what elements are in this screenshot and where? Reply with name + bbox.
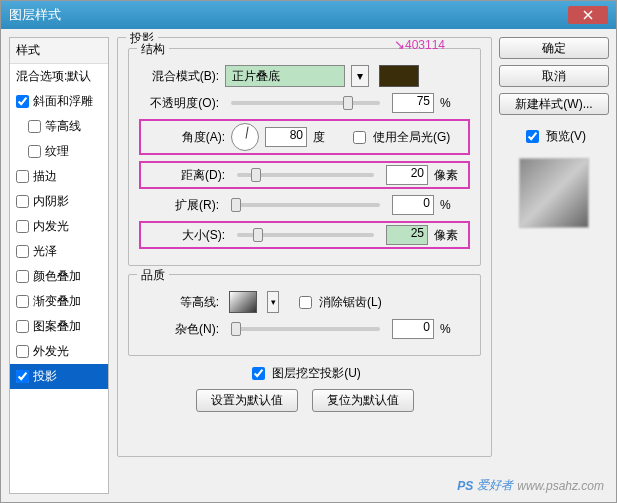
antialias-checkbox[interactable] — [299, 296, 312, 309]
pattern-overlay-checkbox[interactable] — [16, 320, 29, 333]
noise-label: 杂色(N): — [139, 321, 219, 338]
blend-mode-row: 混合模式(B): 正片叠底 ▾ — [139, 65, 470, 87]
sidebar-item-outer-glow[interactable]: 外发光 — [10, 339, 108, 364]
noise-row: 杂色(N): 0 % — [139, 319, 470, 339]
angle-label: 角度(A): — [145, 129, 225, 146]
size-slider[interactable] — [237, 233, 374, 237]
sidebar-item-contour[interactable]: 等高线 — [10, 114, 108, 139]
spread-input[interactable]: 0 — [392, 195, 434, 215]
angle-input[interactable]: 80 — [265, 127, 307, 147]
drop-shadow-checkbox[interactable] — [16, 370, 29, 383]
inner-glow-checkbox[interactable] — [16, 220, 29, 233]
opacity-input[interactable]: 75 — [392, 93, 434, 113]
shadow-color-swatch[interactable] — [379, 65, 419, 87]
preview-checkbox[interactable] — [526, 130, 539, 143]
preview-check[interactable]: 预览(V) — [522, 127, 586, 146]
distance-row: 距离(D): 20 像素 — [139, 161, 470, 189]
noise-input[interactable]: 0 — [392, 319, 434, 339]
angle-dial[interactable] — [231, 123, 259, 151]
close-button[interactable] — [568, 6, 608, 24]
angle-unit: 度 — [313, 129, 343, 146]
distance-input[interactable]: 20 — [386, 165, 428, 185]
dropdown-arrow-icon[interactable]: ▾ — [351, 65, 369, 87]
size-input[interactable]: 25 — [386, 225, 428, 245]
inner-shadow-checkbox[interactable] — [16, 195, 29, 208]
spread-unit: % — [440, 198, 470, 212]
opacity-slider[interactable] — [231, 101, 380, 105]
defaults-row: 设置为默认值 复位为默认值 — [128, 389, 481, 412]
distance-slider[interactable] — [237, 173, 374, 177]
sidebar-blend-default[interactable]: 混合选项:默认 — [10, 64, 108, 89]
new-style-button[interactable]: 新建样式(W)... — [499, 93, 609, 115]
sidebar-item-pattern-overlay[interactable]: 图案叠加 — [10, 314, 108, 339]
layer-style-window: 图层样式 样式 混合选项:默认 斜面和浮雕 等高线 纹理 描边 内阴影 内发光 … — [0, 0, 617, 503]
structure-title: 结构 — [137, 41, 169, 58]
size-row: 大小(S): 25 像素 — [139, 221, 470, 249]
contour-row: 等高线: ▾ 消除锯齿(L) — [139, 291, 470, 313]
quality-title: 品质 — [137, 267, 169, 284]
sidebar-item-stroke[interactable]: 描边 — [10, 164, 108, 189]
knockout-row: 图层挖空投影(U) — [128, 364, 481, 383]
watermark: PS 爱好者 www.psahz.com — [457, 477, 604, 494]
contour-swatch[interactable] — [229, 291, 257, 313]
reset-default-button[interactable]: 复位为默认值 — [312, 389, 414, 412]
sidebar-item-color-overlay[interactable]: 颜色叠加 — [10, 264, 108, 289]
set-default-button[interactable]: 设置为默认值 — [196, 389, 298, 412]
size-label: 大小(S): — [145, 227, 225, 244]
distance-label: 距离(D): — [145, 167, 225, 184]
global-light-check[interactable]: 使用全局光(G) — [349, 128, 450, 147]
sidebar-style-header[interactable]: 样式 — [10, 38, 108, 64]
texture-checkbox[interactable] — [28, 145, 41, 158]
structure-group: 结构 ↘403114 混合模式(B): 正片叠底 ▾ 不透明度(O): 75 % — [128, 48, 481, 266]
opacity-row: 不透明度(O): 75 % — [139, 93, 470, 113]
gradient-overlay-checkbox[interactable] — [16, 295, 29, 308]
quality-group: 品质 等高线: ▾ 消除锯齿(L) 杂色(N): 0 % — [128, 274, 481, 356]
angle-row: 角度(A): 80 度 使用全局光(G) — [139, 119, 470, 155]
sidebar-item-bevel[interactable]: 斜面和浮雕 — [10, 89, 108, 114]
noise-slider[interactable] — [231, 327, 380, 331]
right-panel: 确定 取消 新建样式(W)... 预览(V) — [496, 29, 616, 502]
sidebar-item-satin[interactable]: 光泽 — [10, 239, 108, 264]
window-title: 图层样式 — [9, 6, 61, 24]
size-unit: 像素 — [434, 227, 464, 244]
spread-row: 扩展(R): 0 % — [139, 195, 470, 215]
main-panel: 投影 结构 ↘403114 混合模式(B): 正片叠底 ▾ 不透明度(O): 7… — [113, 29, 496, 502]
sidebar-item-drop-shadow[interactable]: 投影 — [10, 364, 108, 389]
knockout-check[interactable]: 图层挖空投影(U) — [248, 364, 361, 383]
sidebar-item-inner-glow[interactable]: 内发光 — [10, 214, 108, 239]
sidebar-item-texture[interactable]: 纹理 — [10, 139, 108, 164]
antialias-check[interactable]: 消除锯齿(L) — [295, 293, 382, 312]
color-overlay-checkbox[interactable] — [16, 270, 29, 283]
titlebar: 图层样式 — [1, 1, 616, 29]
drop-shadow-panel: 投影 结构 ↘403114 混合模式(B): 正片叠底 ▾ 不透明度(O): 7… — [117, 37, 492, 457]
noise-unit: % — [440, 322, 470, 336]
knockout-checkbox[interactable] — [252, 367, 265, 380]
spread-label: 扩展(R): — [139, 197, 219, 214]
ok-button[interactable]: 确定 — [499, 37, 609, 59]
contour-label: 等高线: — [139, 294, 219, 311]
distance-unit: 像素 — [434, 167, 464, 184]
blend-mode-dropdown[interactable]: 正片叠底 — [225, 65, 345, 87]
close-icon — [583, 10, 593, 20]
opacity-unit: % — [440, 96, 470, 110]
satin-checkbox[interactable] — [16, 245, 29, 258]
contour-dropdown-icon[interactable]: ▾ — [267, 291, 279, 313]
preview-thumbnail — [519, 158, 589, 228]
bevel-checkbox[interactable] — [16, 95, 29, 108]
style-sidebar: 样式 混合选项:默认 斜面和浮雕 等高线 纹理 描边 内阴影 内发光 光泽 颜色… — [9, 37, 109, 494]
cancel-button[interactable]: 取消 — [499, 65, 609, 87]
sidebar-item-gradient-overlay[interactable]: 渐变叠加 — [10, 289, 108, 314]
global-light-checkbox[interactable] — [353, 131, 366, 144]
spread-slider[interactable] — [231, 203, 380, 207]
opacity-label: 不透明度(O): — [139, 95, 219, 112]
stroke-checkbox[interactable] — [16, 170, 29, 183]
contour-checkbox[interactable] — [28, 120, 41, 133]
color-annotation: ↘403114 — [394, 37, 445, 52]
outer-glow-checkbox[interactable] — [16, 345, 29, 358]
sidebar-item-inner-shadow[interactable]: 内阴影 — [10, 189, 108, 214]
blend-mode-label: 混合模式(B): — [139, 68, 219, 85]
